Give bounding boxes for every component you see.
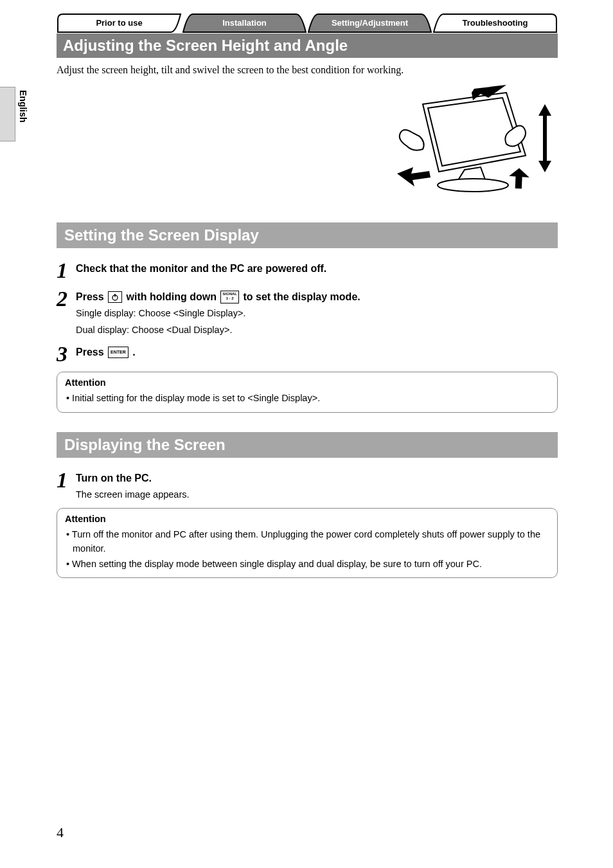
nav-tabs: Prior to use Installation Setting/Adjust… bbox=[57, 13, 558, 33]
language-tab: English bbox=[18, 90, 28, 123]
step-number: 1 bbox=[57, 469, 76, 491]
attention-title: Attention bbox=[65, 376, 549, 390]
tab-prior-to-use: Prior to use bbox=[57, 13, 182, 33]
tab-installation: Installation bbox=[182, 13, 307, 33]
step-title: Turn on the PC. bbox=[76, 473, 152, 484]
attention-box: Attention Turn off the monitor and PC af… bbox=[57, 508, 558, 578]
step-title-part: . bbox=[130, 347, 136, 357]
step-title-part: Press bbox=[76, 347, 107, 357]
attention-item: Turn off the monitor and PC after using … bbox=[66, 528, 549, 556]
step-number: 3 bbox=[57, 343, 76, 365]
step-detail: Single display: Choose <Single Display>. bbox=[76, 307, 558, 321]
tab-label: Troubleshooting bbox=[463, 18, 528, 28]
step-title: Check that the monitor and the PC are po… bbox=[76, 263, 326, 274]
power-button-icon bbox=[108, 291, 122, 303]
attention-title: Attention bbox=[65, 512, 549, 527]
step-row-1: 1 Check that the monitor and the PC are … bbox=[57, 260, 558, 282]
step-title-part: with holding down bbox=[123, 291, 219, 302]
step-row-1b: 1 Turn on the PC. The screen image appea… bbox=[57, 469, 558, 502]
section-title-adjusting: Adjusting the Screen Height and Angle bbox=[57, 33, 558, 58]
language-tab-bg bbox=[0, 87, 15, 141]
step-detail: The screen image appears. bbox=[76, 488, 558, 502]
page-content: Prior to use Installation Setting/Adjust… bbox=[57, 13, 558, 597]
section-title-setting: Setting the Screen Display bbox=[57, 222, 558, 248]
step-detail: Dual display: Choose <Dual Display>. bbox=[76, 323, 558, 338]
monitor-adjust-illustration bbox=[57, 85, 558, 197]
attention-item: Initial setting for the display mode is … bbox=[66, 392, 549, 406]
attention-box: Attention Initial setting for the displa… bbox=[57, 372, 558, 413]
tab-label: Setting/Adjustment bbox=[332, 18, 408, 28]
page-number: 4 bbox=[57, 824, 64, 841]
svg-point-0 bbox=[438, 179, 508, 192]
step-row-2: 2 Press with holding down SIGNAL1 · 2 to… bbox=[57, 288, 558, 337]
attention-item: When setting the display mode between si… bbox=[66, 557, 549, 572]
intro-text: Adjust the screen height, tilt and swive… bbox=[57, 64, 558, 76]
step-row-3: 3 Press ENTER . bbox=[57, 343, 558, 365]
step-title-part: Press bbox=[76, 291, 107, 302]
step-title-part: to set the display mode. bbox=[240, 291, 360, 302]
step-number: 2 bbox=[57, 288, 76, 310]
step-number: 1 bbox=[57, 260, 76, 282]
tab-troubleshooting: Troubleshooting bbox=[432, 13, 558, 33]
signal-button-icon: SIGNAL1 · 2 bbox=[220, 291, 239, 303]
tab-setting-adjustment: Setting/Adjustment bbox=[307, 13, 432, 33]
tab-label: Installation bbox=[222, 18, 267, 28]
section-title-displaying: Displaying the Screen bbox=[57, 432, 558, 458]
enter-button-icon: ENTER bbox=[108, 347, 129, 358]
tab-label: Prior to use bbox=[96, 18, 142, 28]
